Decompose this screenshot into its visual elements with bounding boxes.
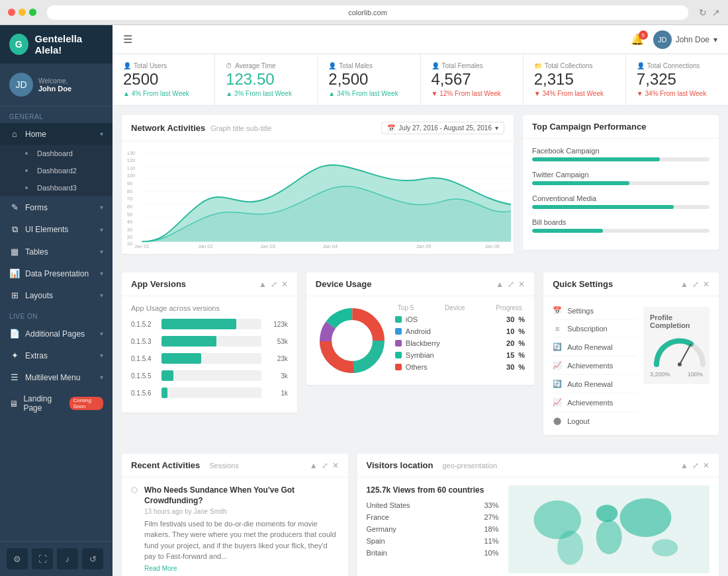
chevron-down-icon: ▾ — [100, 248, 103, 255]
sidebar-item-tables[interactable]: ▦ Tables ▾ — [0, 241, 113, 263]
header-user-menu[interactable]: JD John Doe ▾ — [653, 30, 717, 49]
date-filter[interactable]: 📅 July 27, 2016 - August 25, 2016 ▾ — [381, 122, 504, 134]
country-item: France 27% — [367, 513, 499, 521]
ios-label: iOS — [406, 315, 502, 323]
network-col: Network Activities Graph title sub-title… — [122, 115, 514, 263]
close-dot[interactable] — [8, 9, 15, 16]
network-title: Network Activities — [131, 123, 205, 133]
qs-auto-renewal[interactable]: 🔄 Auto Renewal — [553, 338, 637, 356]
close-icon[interactable]: ✕ — [703, 461, 709, 470]
close-icon[interactable]: ✕ — [518, 280, 525, 289]
hamburger-icon[interactable]: ☰ — [123, 33, 132, 46]
campaign-name: Conventional Media — [532, 194, 709, 202]
qs-settings[interactable]: 📅 Settings — [553, 302, 637, 320]
bar-track — [161, 353, 261, 364]
logout-icon: ⬤ — [553, 417, 562, 425]
sidebar-user: JD Welcome, John Doe — [0, 63, 113, 106]
expand-icon[interactable]: ▲ — [680, 280, 688, 289]
refresh-icon[interactable]: ⤢ — [271, 280, 277, 289]
sidebar-item-data[interactable]: 📊 Data Presentation ▾ — [0, 263, 113, 284]
open-icon[interactable]: ↗ — [712, 7, 720, 18]
quick-settings-widget: Quick Settings ▲ ⤢ ✕ 📅 — [543, 272, 719, 435]
qs-label: Achievements — [567, 362, 613, 370]
activity-content: Who Needs Sundance When You've Got Crowd… — [144, 485, 339, 571]
sidebar-item-forms[interactable]: ✎ Forms ▾ — [0, 196, 113, 218]
bar-label: 0.1.5.6 — [131, 390, 156, 397]
qs-label: Achievements — [567, 399, 613, 407]
device-title: Device Usage — [316, 279, 372, 289]
avatar: JD — [9, 73, 33, 97]
refresh-icon[interactable]: ⤢ — [322, 461, 328, 470]
app-versions-widget: App Versions ▲ ⤢ ✕ App Usage across vers… — [122, 272, 297, 413]
female-icon: 👤 — [432, 62, 439, 69]
notifications-btn[interactable]: 🔔 5 — [631, 33, 644, 46]
svg-text:Jan 06: Jan 06 — [484, 243, 500, 249]
audio-btn[interactable]: ♪ — [57, 548, 78, 569]
qs-auto-renewal2[interactable]: 🔄 Auto Renewal — [553, 375, 637, 393]
svg-text:70: 70 — [127, 196, 132, 202]
svg-text:40: 40 — [127, 220, 132, 226]
stat-label: 📁 Total Collections — [534, 62, 615, 69]
sidebar-item-multilevel[interactable]: ☰ Multilevel Menu ▾ — [0, 366, 113, 388]
address-bar[interactable]: colorlib.com — [47, 5, 688, 20]
reload-icon[interactable]: ↻ — [699, 7, 707, 18]
campaign-col: Top Campaign Performance Facebook Campai… — [523, 115, 719, 263]
activity-item: Who Needs Sundance When You've Got Crowd… — [131, 485, 339, 576]
sidebar-item-extras[interactable]: ✦ Extras ▾ — [0, 345, 113, 366]
bar-fill — [161, 319, 236, 329]
settings-bottom-btn[interactable]: ⚙ — [7, 548, 28, 569]
close-icon[interactable]: ✕ — [332, 461, 339, 470]
sidebar-item-layouts[interactable]: ⊞ Layouts ▾ — [0, 284, 113, 306]
bb-label: Blackberry — [406, 339, 502, 347]
sidebar-item-home[interactable]: ⌂ Home ▾ — [0, 123, 113, 145]
campaign-item: Facebook Campaign — [532, 147, 709, 161]
refresh-icon[interactable]: ⤢ — [692, 280, 699, 289]
device-body: Top 5 Device Progress iOS 30% — [306, 296, 534, 385]
bb-pct: 20 — [506, 339, 514, 347]
expand-icon[interactable]: ▲ — [310, 461, 318, 470]
maximize-dot[interactable] — [29, 9, 36, 16]
ui-label: UI Elements — [25, 225, 68, 234]
svg-point-32 — [333, 321, 371, 360]
android-label: Android — [406, 327, 502, 335]
symbian-dot — [395, 352, 402, 358]
minimize-dot[interactable] — [19, 9, 26, 16]
sidebar-logo: G Gentelella Alela! — [0, 25, 113, 63]
qs-logout[interactable]: ⬤ Logout — [553, 412, 637, 430]
campaign-fill — [532, 157, 660, 161]
sidebar-item-landing[interactable]: 🖥 Landing Page Coming Soon — [0, 388, 113, 419]
sidebar-item-additional[interactable]: 📄 Additional Pages ▾ — [0, 323, 113, 345]
pc-title: Profile Completion — [650, 313, 703, 329]
qs-subscription[interactable]: ≡ Subscription — [553, 320, 637, 338]
sidebar-item-dashboard2[interactable]: Dashboard2 — [0, 162, 113, 179]
refresh-icon[interactable]: ⤢ — [508, 280, 514, 289]
expand-icon[interactable]: ▲ — [259, 280, 267, 289]
bar-value: 23k — [267, 355, 288, 362]
bar-track — [161, 336, 261, 347]
legend-item: Symbian 15% — [395, 351, 525, 359]
sidebar-item-dashboard[interactable]: Dashboard — [0, 145, 113, 162]
ui-icon: ⧉ — [9, 224, 20, 235]
android-dot — [395, 328, 402, 335]
svg-text:120: 120 — [127, 158, 136, 164]
device-col-label: Device — [445, 304, 465, 311]
qs-label: Settings — [567, 307, 594, 315]
bar-fill — [161, 353, 201, 364]
legend-item: Android 10% — [395, 327, 525, 335]
qs-achievements2[interactable]: 📈 Achievements — [553, 393, 637, 412]
sidebar-item-dashboard3[interactable]: Dashboard3 — [0, 179, 113, 196]
sidebar-item-ui[interactable]: ⧉ UI Elements ▾ — [0, 218, 113, 241]
expand-btn[interactable]: ⛶ — [32, 548, 53, 569]
layouts-label: Layouts — [25, 291, 53, 300]
close-icon[interactable]: ✕ — [281, 280, 288, 289]
close-icon[interactable]: ✕ — [703, 280, 709, 289]
read-more-link[interactable]: Read More — [144, 565, 339, 572]
qs-achievements[interactable]: 📈 Achievements — [553, 356, 637, 375]
views-label: 125.7k Views from 60 countries — [367, 485, 499, 495]
expand-icon[interactable]: ▲ — [680, 461, 688, 470]
refresh-btn[interactable]: ↺ — [82, 548, 103, 569]
refresh-icon[interactable]: ⤢ — [692, 461, 699, 470]
user-chevron-icon: ▾ — [713, 35, 717, 44]
expand-icon[interactable]: ▲ — [496, 280, 504, 289]
qs-body: 📅 Settings ≡ Subscription 🔄 — [543, 296, 719, 435]
